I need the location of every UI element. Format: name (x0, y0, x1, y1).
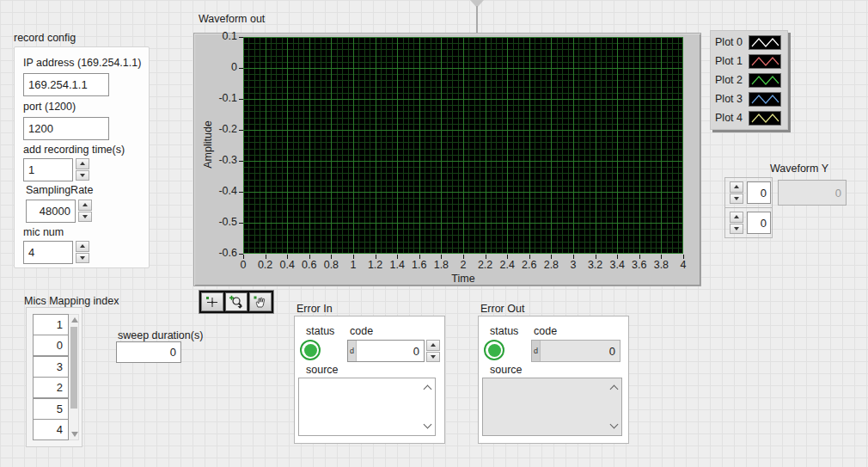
plot-style-swatch[interactable] (749, 92, 781, 107)
mic-index-cell[interactable]: 3 (33, 356, 69, 378)
x-tick-mark (243, 255, 244, 259)
add-recording-time-field[interactable]: 1 (23, 158, 73, 181)
waveform-y-title: Waveform Y (756, 163, 842, 175)
index-value-field[interactable]: 0 (747, 181, 771, 204)
y-tick-mark (239, 192, 243, 193)
increment-button[interactable] (76, 158, 89, 169)
mic-index-cell[interactable]: 5 (33, 398, 69, 420)
y-tick-label: -0.5 (203, 216, 237, 228)
x-tick-mark (639, 255, 640, 259)
sampling-rate-field[interactable]: 48000 (26, 200, 76, 223)
scroll-down-icon[interactable] (71, 432, 78, 437)
mic-num-stepper (76, 241, 89, 263)
legend-plot-label: Plot 0 (715, 36, 743, 48)
plot-style-swatch[interactable] (749, 73, 781, 88)
up-arrow-icon (80, 244, 85, 248)
mic-index-cell[interactable]: 4 (33, 419, 69, 440)
record-config-title: record config (14, 32, 76, 44)
add-recording-time-label: add recording time(s) (23, 144, 125, 156)
error-in-status-label: status (306, 325, 334, 337)
increment-button[interactable] (426, 340, 440, 351)
scroll-down-icon[interactable] (610, 421, 619, 429)
decrement-button[interactable] (76, 170, 89, 181)
pane-divider-line (476, 6, 478, 33)
decrement-button[interactable] (76, 253, 89, 264)
legend-item[interactable]: Plot 0 (711, 33, 787, 52)
cursor-crosshair-button[interactable] (201, 292, 223, 311)
legend-item[interactable]: Plot 3 (711, 89, 787, 108)
radix-display[interactable]: d (348, 341, 357, 361)
index-stepper (730, 181, 743, 204)
scroll-up-icon[interactable] (424, 385, 432, 394)
decrement-button[interactable] (426, 352, 440, 363)
scroll-thumb[interactable] (70, 327, 77, 409)
x-tick-mark (287, 255, 288, 259)
y-tick-mark (239, 223, 243, 224)
up-arrow-icon (431, 343, 436, 347)
mic-num-field[interactable]: 4 (23, 241, 73, 264)
mics-mapping-array: 103254 (26, 307, 83, 447)
increment-button[interactable] (730, 212, 743, 223)
y-tick-label: -0.4 (203, 185, 237, 197)
legend-item[interactable]: Plot 1 (711, 52, 787, 71)
waveform-line-icon (749, 112, 780, 125)
error-in-source-label: source (306, 364, 339, 376)
y-tick-label: -0.6 (203, 247, 237, 259)
increment-button[interactable] (78, 200, 92, 211)
port-label: port (1200) (23, 101, 76, 113)
zoom-tool-button[interactable] (225, 292, 248, 311)
scroll-up-icon[interactable] (71, 317, 78, 323)
error-in-status-led[interactable] (300, 340, 321, 360)
plot-legend: Plot 0Plot 1Plot 2Plot 3Plot 4 (710, 30, 788, 130)
plot-style-swatch[interactable] (749, 35, 781, 50)
legend-item[interactable]: Plot 4 (711, 108, 787, 127)
x-tick-mark (551, 255, 552, 259)
mic-num-label: mic num (23, 226, 64, 238)
error-out-code-display: d 0 (531, 340, 620, 362)
plot-style-swatch[interactable] (749, 54, 781, 69)
legend-plot-label: Plot 2 (715, 74, 743, 86)
sweep-duration-field[interactable]: 0 (116, 341, 181, 363)
decrement-button[interactable] (78, 212, 92, 223)
down-arrow-icon (83, 215, 88, 218)
waveform-line-icon (749, 36, 780, 49)
mics-scrollbar[interactable] (68, 314, 79, 440)
x-tick-mark (419, 255, 420, 259)
mic-index-cell[interactable]: 1 (33, 314, 69, 335)
y-tick-mark (239, 161, 243, 162)
x-tick-mark (529, 255, 530, 259)
ip-address-label: IP address (169.254.1.1) (23, 57, 141, 69)
scroll-down-icon[interactable] (424, 421, 432, 429)
mic-index-cell[interactable]: 0 (33, 335, 69, 356)
mic-index-cell[interactable]: 2 (33, 377, 69, 398)
x-axis-title: Time (420, 273, 506, 285)
error-out-title: Error Out (480, 303, 524, 315)
ip-address-field[interactable]: 169.254.1.1 (23, 73, 109, 96)
error-in-source-field[interactable] (298, 378, 436, 436)
led-core (304, 344, 317, 357)
decrement-button[interactable] (730, 194, 743, 205)
error-in-code-field[interactable]: d 0 (347, 340, 425, 362)
increment-button[interactable] (730, 181, 743, 193)
x-tick-mark (573, 255, 574, 259)
error-out-status-led (484, 340, 504, 360)
scroll-up-icon[interactable] (610, 385, 619, 394)
error-out-source-display (482, 378, 622, 436)
increment-button[interactable] (76, 241, 89, 252)
down-arrow-icon (734, 227, 739, 230)
plot-style-swatch[interactable] (749, 111, 781, 126)
pan-tool-button[interactable] (249, 292, 272, 311)
decrement-button[interactable] (730, 224, 743, 235)
x-tick-mark (331, 255, 332, 259)
chart-title: Waveform out (199, 13, 265, 25)
sampling-rate-label: SamplingRate (26, 184, 94, 196)
zoom-icon (229, 295, 244, 309)
led-core (488, 344, 501, 357)
legend-item[interactable]: Plot 2 (711, 71, 787, 89)
index-value-field[interactable]: 0 (747, 212, 771, 234)
cursor-crosshair-icon (205, 295, 220, 309)
down-arrow-icon (734, 197, 739, 200)
y-axis-title: Amplitude (202, 110, 214, 179)
plot-area[interactable] (243, 37, 683, 254)
port-field[interactable]: 1200 (23, 117, 109, 140)
